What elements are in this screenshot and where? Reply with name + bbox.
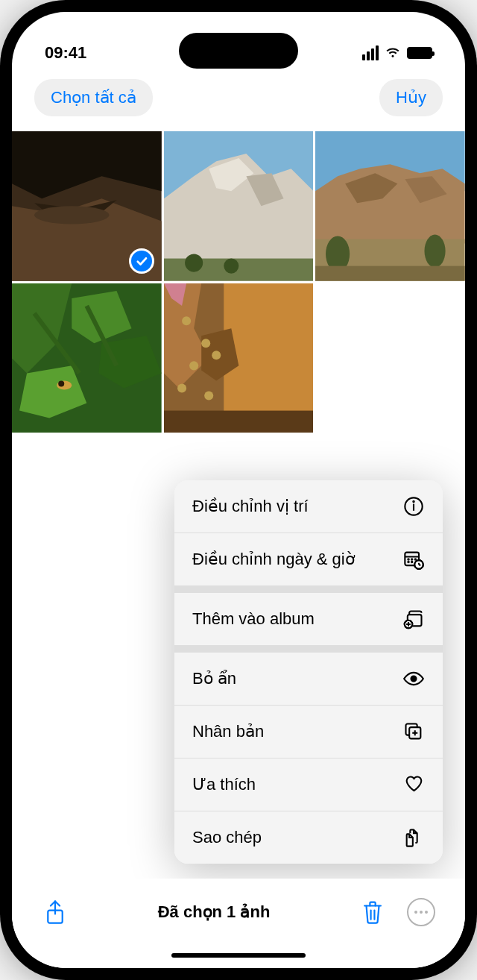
phone-screen: 09:41 Chọn tất cả Hủy [12,12,465,968]
menu-label: Điều chỉnh vị trí [192,497,309,516]
info-circle-icon [402,495,425,518]
svg-line-54 [419,565,420,565]
menu-label: Nhân bản [192,722,264,741]
svg-point-28 [58,380,64,386]
svg-point-35 [189,361,198,370]
menu-adjust-datetime[interactable]: Điều chỉnh ngày & giờ [174,533,443,585]
svg-point-33 [182,316,191,325]
menu-label: Điều chỉnh ngày & giờ [192,550,355,569]
svg-point-50 [411,562,412,562]
svg-point-49 [408,562,408,562]
photo-thumbnail[interactable] [164,131,314,281]
photo-thumbnail[interactable] [164,283,314,433]
home-indicator[interactable] [171,953,306,958]
svg-point-60 [411,676,417,682]
svg-rect-40 [164,410,314,433]
svg-point-36 [212,351,221,359]
menu-copy[interactable]: Sao chép [174,811,443,864]
menu-label: Ưa thích [192,775,256,794]
menu-unhide[interactable]: Bỏ ẩn [174,653,443,705]
svg-point-43 [413,501,414,502]
svg-point-37 [177,383,186,392]
cancel-button[interactable]: Hủy [379,79,443,116]
menu-label: Sao chép [192,828,262,847]
share-button[interactable] [42,899,69,926]
phone-frame: 09:41 Chọn tất cả Hủy [0,0,477,980]
dynamic-island [179,33,298,69]
cellular-signal-icon [362,45,379,60]
svg-rect-19 [315,266,465,281]
more-button[interactable] [407,898,435,926]
photo-grid [12,131,465,433]
status-time: 09:41 [45,43,86,63]
select-all-button[interactable]: Chọn tất cả [34,79,153,116]
svg-point-11 [224,259,238,274]
menu-add-to-album[interactable]: Thêm vào album [174,593,443,645]
menu-label: Thêm vào album [192,609,315,629]
svg-point-18 [425,234,446,267]
duplicate-icon [402,720,425,743]
svg-point-48 [415,559,416,559]
photo-thumbnail[interactable] [12,131,162,281]
album-add-icon [402,608,425,630]
eye-icon [402,668,425,690]
nav-bar: Chọn tất cả Hủy [12,72,465,131]
menu-label: Bỏ ẩn [192,669,236,688]
photo-thumbnail[interactable] [12,283,162,433]
menu-adjust-location[interactable]: Điều chỉnh vị trí [174,480,443,533]
status-right [362,43,432,63]
photo-thumbnail[interactable] [315,131,465,281]
svg-point-38 [204,391,213,400]
menu-favorite[interactable]: Ưa thích [174,758,443,811]
menu-duplicate[interactable]: Nhân bản [174,706,443,758]
ellipsis-icon [414,911,428,914]
wifi-icon [385,43,401,63]
selection-count-label: Đã chọn 1 ảnh [158,902,271,922]
svg-point-47 [411,559,412,559]
svg-point-34 [201,339,210,348]
trash-button[interactable] [359,899,386,926]
svg-point-10 [185,254,203,272]
calendar-clock-icon [402,548,425,571]
battery-icon [407,47,432,59]
heart-icon [402,773,425,796]
svg-point-4 [34,206,109,224]
copy-icon [402,826,425,849]
context-menu: Điều chỉnh vị trí Điều chỉnh ngày & giờ … [174,480,443,864]
selected-check-icon [129,248,154,274]
svg-point-46 [408,559,408,559]
